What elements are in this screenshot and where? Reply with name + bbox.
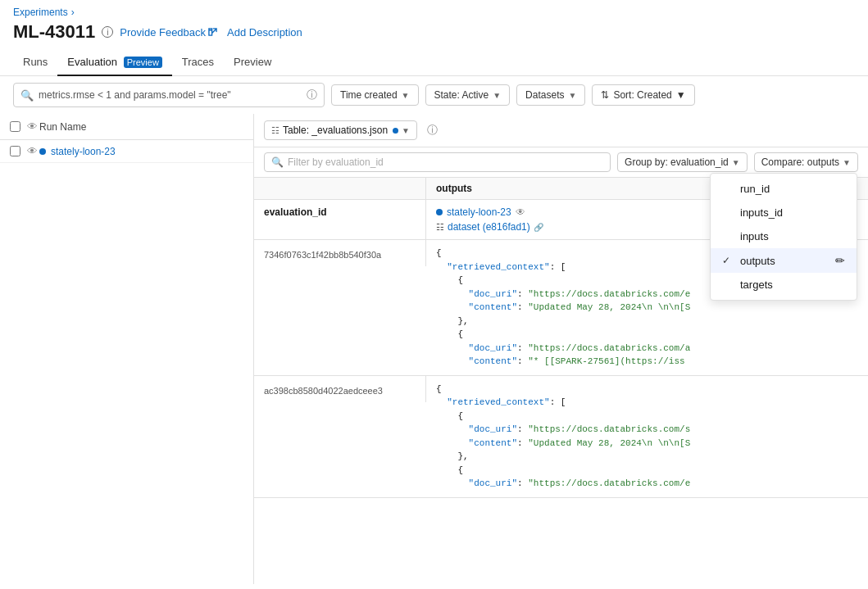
sort-dropdown[interactable]: ⇅ Sort: Created ▼ [592,84,694,106]
eval-id-cell: 7346f0763c1f42bb8b540f30a [254,240,426,266]
select-all-checkbox[interactable] [10,121,20,132]
visibility-icon[interactable]: 👁 [27,145,38,157]
left-panel: 👁 Run Name 👁 stately-loon-23 [0,114,254,584]
chevron-down-icon: ▼ [676,89,686,101]
tab-traces[interactable]: Traces [172,49,224,76]
page-title: ML-43011 [13,21,95,43]
search-icon: 🔍 [20,89,34,102]
tab-evaluation[interactable]: Evaluation Preview [57,49,171,76]
tab-preview[interactable]: Preview [224,49,281,76]
group-by-dropdown[interactable]: Group by: evaluation_id ▼ [617,152,748,172]
check-placeholder [722,207,734,219]
left-header: 👁 Run Name [0,114,253,140]
toolbar: 🔍 ⓘ Time created ▼ State: Active ▼ Datas… [0,76,868,114]
table-icon: ☷ [271,125,279,136]
dataset-icon: ☷ [436,222,444,233]
chevron-down-icon: ▼ [493,91,501,100]
evaluation-preview-badge: Preview [124,57,162,68]
compare-dropdown[interactable]: Compare: outputs ▼ run_id inputs_id inpu [754,152,858,172]
check-placeholder [722,279,734,291]
filter-row: 🔍 Filter by evaluation_id Group by: eval… [254,147,868,178]
filter-info-icon[interactable]: ⓘ [307,88,317,102]
json-content: { "retrieved_context": [ { "doc_uri": "h… [436,383,858,491]
tabs-row: Runs Evaluation Preview Traces Preview [0,49,868,76]
info-icon[interactable]: i [102,26,113,38]
table-row: 👁 stately-loon-23 [0,140,253,163]
table-info-icon[interactable]: ⓘ [427,123,438,138]
check-placeholder [722,231,734,242]
table-row: ac398cb8580d4022aedceee3 { "retrieved_co… [254,376,868,498]
dropdown-item-inputs_id[interactable]: inputs_id [711,201,857,224]
run-name-link[interactable]: stately-loon-23 [51,146,116,157]
cursor-icon: ✏ [835,254,845,267]
dot-icon [393,128,398,134]
eye-icon: 👁 [516,206,525,218]
check-placeholder [722,183,734,195]
chevron-down-icon: ▼ [732,158,740,167]
main-content: 👁 Run Name 👁 stately-loon-23 ☷ Table: _e… [0,114,868,584]
link-icon: 🔗 [534,223,543,232]
search-box[interactable]: 🔍 ⓘ [13,83,325,107]
dropdown-item-run_id[interactable]: run_id [711,177,857,201]
datasets-dropdown[interactable]: Datasets ▼ [516,84,585,106]
table-selector-dropdown[interactable]: ☷ Table: _evaluations.json ▼ [264,120,417,140]
chevron-down-icon: ▼ [843,158,851,167]
chevron-down-icon: ▼ [402,126,410,135]
right-toolbar: ☷ Table: _evaluations.json ▼ ⓘ [254,114,868,147]
run-status-dot [436,209,443,215]
breadcrumb-link[interactable]: Experiments [13,7,68,18]
add-description-link[interactable]: Add Description [227,26,302,39]
chevron-down-icon: ▼ [402,91,410,100]
external-link-icon [208,28,217,37]
right-panel: ☷ Table: _evaluations.json ▼ ⓘ 🔍 Filter … [254,114,868,584]
tab-runs[interactable]: Runs [13,49,57,76]
visibility-icon[interactable]: 👁 [27,120,38,133]
dropdown-item-outputs[interactable]: ✓ outputs ✏ [711,248,857,273]
col-header-eval-id [254,178,426,199]
breadcrumb-sep: › [71,7,75,18]
check-icon: ✓ [722,255,734,266]
compare-dropdown-menu: run_id inputs_id inputs ✓ outputs ✏ [710,173,857,301]
filter-search-box[interactable]: 🔍 Filter by evaluation_id [264,152,611,172]
time-created-dropdown[interactable]: Time created ▼ [331,84,419,106]
dropdown-item-inputs[interactable]: inputs [711,224,857,248]
search-icon: 🔍 [271,156,284,168]
state-active-dropdown[interactable]: State: Active ▼ [425,84,511,106]
search-input[interactable] [39,89,302,101]
eval-id-cell: ac398cb8580d4022aedceee3 [254,376,426,402]
eval-id-label: evaluation_id [254,200,426,239]
output-cell: { "retrieved_context": [ { "doc_uri": "h… [426,376,868,497]
run-status-dot [39,148,46,155]
feedback-link[interactable]: Provide Feedback [120,26,217,39]
run-name-col-header: Run Name [39,121,243,133]
chevron-down-icon: ▼ [568,91,576,100]
breadcrumb: Experiments › [13,7,855,18]
row-checkbox[interactable] [10,146,20,156]
dropdown-item-targets[interactable]: targets [711,273,857,297]
